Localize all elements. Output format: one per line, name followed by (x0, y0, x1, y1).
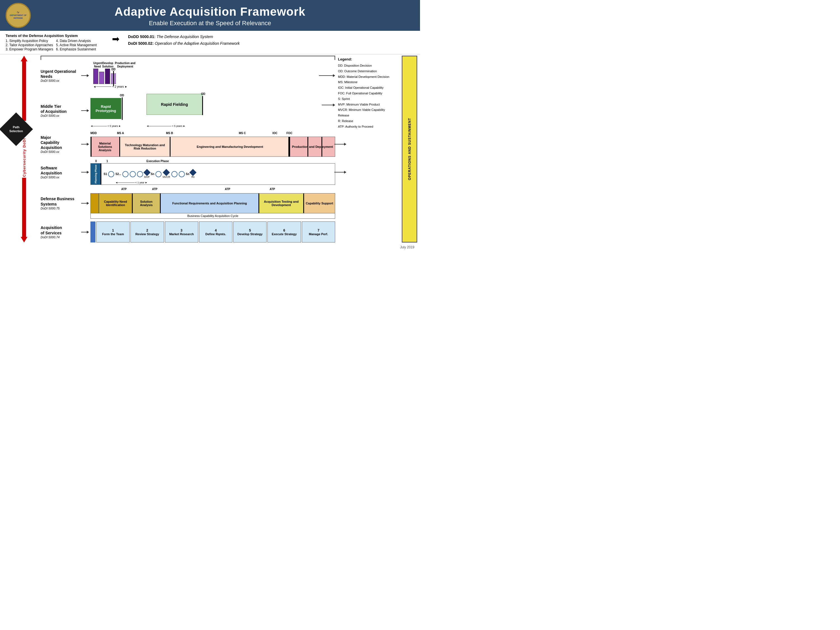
sw-right-arrow (334, 171, 346, 174)
sw-num-0: 0 (90, 159, 102, 163)
ioc-line (308, 137, 308, 156)
rn-diamond-icon (189, 169, 197, 176)
step-label-4: Define Rqmts. (205, 232, 226, 236)
sw-s1: S1 (104, 172, 107, 175)
defense-business-row: Defense BusinessSystems DoDI 5000.75 ATP… (41, 188, 335, 219)
sw-sn1: Sn (151, 172, 154, 175)
services-step-6: 6 Execute Strategy (267, 221, 301, 243)
middle-tier-row: Middle Tierof Acquisition DoDI 5000.xx R… (41, 92, 335, 129)
right-arrow-line (319, 75, 333, 76)
tenets-items: 1. Simplify Acquisition Policy 4. Data D… (6, 39, 104, 51)
services-step-7: 7 Manage Perf. (302, 221, 335, 243)
ms-a: MS A (117, 132, 124, 135)
page-subtitle: Enable Execution at the Speed of Relevan… (3, 20, 417, 27)
sw-circle-2 (122, 171, 128, 177)
mt-right-arrow (322, 104, 335, 106)
mt-duration2: ◄< 5 years► (147, 125, 185, 127)
dod-ref-bold-1: DoDD 5000.01: (128, 35, 155, 39)
aos-connector (81, 231, 89, 234)
tenets-title: Tenets of the Defense Acquisition System (6, 33, 104, 38)
middle-tier-label: Middle Tierof Acquisition DoDI 5000.xx (41, 104, 81, 117)
foc-line (321, 137, 322, 156)
mdd-line (91, 137, 92, 156)
atp-labels: ATP ATP ATP ATP (90, 188, 335, 193)
dbs-phase-sa: Solution Analysis (133, 193, 161, 213)
up-arrowhead-icon (21, 56, 27, 61)
services-steps: 1 Form the Team 2 Review Strategy 3 Mark… (96, 221, 335, 243)
sw-duration: ◄< 1 year► (115, 181, 148, 184)
step-num-3: 3 (181, 229, 183, 232)
step-label-1: Form the Team (102, 232, 124, 236)
legend-item-foc: FOC: Full Operational Capability (338, 91, 397, 96)
legend-item-dd: DD: Disposition Decision (338, 63, 397, 69)
sw-phases: Planning Phase S1 S2... (90, 163, 335, 185)
sw-execution: S1 S2... MVP Sn (101, 164, 335, 185)
bca-cycle-label: Business Capability Acquisition Cycle (90, 213, 335, 219)
right-arrow-icon: ➡ (112, 33, 120, 44)
atp-3: ATP (225, 188, 230, 191)
services-row: Acquisitionof Services DoDI 5000.74 1 Fo… (41, 221, 335, 243)
services-step-3: 3 Market Research (165, 221, 198, 243)
legend-panel: Legend: DD: Disposition Decision OD: Out… (335, 56, 399, 243)
urgent-col-labels: Urgent Need Develop Solution Production … (93, 62, 136, 68)
step-label-5: Develop Strategy (237, 232, 263, 236)
tenet-item: 2. Tailor Acquisition Approaches (6, 43, 53, 47)
atp-2: ATP (152, 188, 157, 191)
page-title: Adaptive Acquisition Framework (3, 5, 417, 19)
services-content: 1 Form the Team 2 Review Strategy 3 Mark… (90, 221, 335, 243)
duration-line (96, 87, 111, 87)
sw-circle-5 (155, 171, 161, 177)
step-label-3: Market Research (169, 232, 194, 236)
tenet-item: 3. Empower Program Managers (6, 47, 53, 51)
legend-item-ioc: IOC: Initial Operational Capability (338, 85, 397, 91)
urgent-title: Urgent Operational Needs (41, 69, 81, 79)
legend-items: DD: Disposition Decision OD: Outcome Det… (338, 63, 397, 129)
urgent-connector (81, 74, 89, 77)
od1-label: OD (120, 94, 124, 97)
dod-ref-2: DoDI 5000.02: Operation of the Adaptive … (128, 40, 240, 47)
center-content: Urgent Operational Needs DoDI 5000.xx Ur… (41, 56, 335, 243)
atp-1: ATP (121, 188, 126, 191)
framework-top-border (41, 56, 335, 60)
legend-item-atp: ATP: Authority to Proceed (338, 124, 397, 129)
mvcr-diamond-icon (163, 169, 170, 176)
urgent-content: Urgent Need Develop Solution Production … (90, 62, 335, 90)
dod-seal: 🦅DEPARTMENT OF DEFENSE (6, 3, 31, 28)
mvp-section: MVP (144, 170, 150, 178)
mt-connector (81, 109, 89, 112)
aos-blue-bar (90, 221, 95, 243)
dod-ref-1: DoDD 5000.01: The Defense Acquisition Sy… (128, 33, 240, 40)
step-label-7: Manage Perf. (309, 232, 328, 236)
dd-marker: DD (111, 68, 115, 86)
dod-ref-bold-2: DoDI 5000.02: (128, 41, 154, 46)
rapid-prototyping-block: Rapid Prototyping (90, 98, 121, 119)
od2-label: OD (201, 92, 205, 95)
sw-execution-label: Execution Phase (113, 159, 169, 163)
urgent-right-arrow (319, 74, 335, 77)
urgent-row: Urgent Operational Needs DoDI 5000.xx Ur… (41, 62, 335, 90)
dbs-phase-frap: Functional Requirements and Acquisition … (161, 193, 259, 213)
services-step-2: 2 Review Strategy (131, 221, 164, 243)
rn-section: Rn (190, 170, 196, 178)
ms-b: MS B (166, 132, 173, 135)
od2-line (202, 96, 203, 115)
dbs-phase-atd: Acquisition Testing and Development (259, 193, 304, 213)
mvp-diamond-icon (144, 169, 150, 176)
legend-title: Legend: (338, 57, 397, 61)
dbs-connector (81, 202, 89, 205)
tenets-section: Tenets of the Defense Acquisition System… (6, 33, 104, 51)
middle-tier-content: Rapid Prototyping OD Rapid Fielding OD ◄… (90, 92, 335, 129)
services-label: Acquisitionof Services DoDI 5000.74 (41, 225, 81, 238)
od1-line (122, 98, 123, 120)
sw-circle-1 (108, 171, 114, 177)
duration-text: < 2 years (112, 85, 124, 88)
sw-sn2: Sn (186, 172, 189, 175)
arrow-to-refs: ➡ (112, 33, 120, 44)
col-develop-solution: Develop Solution (102, 62, 114, 68)
software-row: SoftwareAcquisition DoDI 5000.xx 0 1 Exe… (41, 159, 335, 185)
legend-item-od: OD: Outcome Determination (338, 69, 397, 74)
sw-connector (81, 171, 89, 174)
services-step-1: 1 Form the Team (96, 221, 129, 243)
sw-num-1: 1 (102, 159, 113, 163)
connector-arrowhead (87, 74, 89, 77)
